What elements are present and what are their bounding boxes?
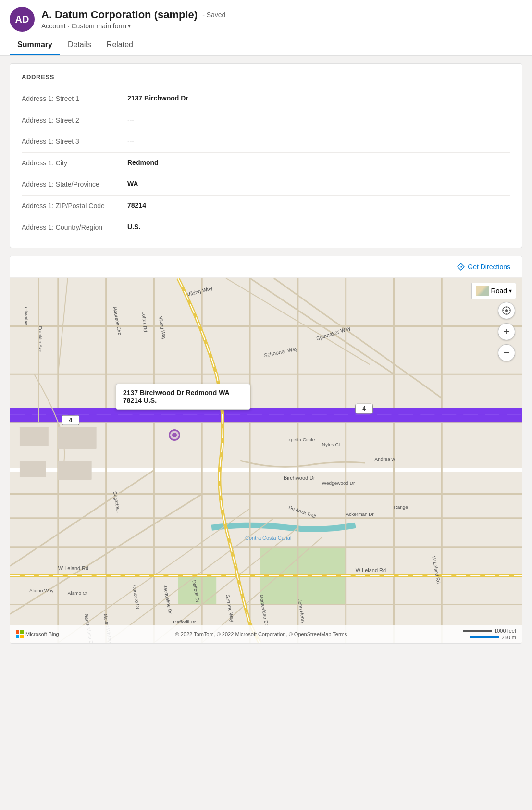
field-value-zip: 78214 (127, 201, 146, 209)
get-directions-label: Get Directions (468, 263, 510, 271)
svg-text:4: 4 (362, 405, 366, 412)
field-value-country: U.S. (127, 223, 140, 231)
field-row-city: Address 1: City Redmond (22, 153, 510, 174)
svg-text:Birchwood Dr: Birchwood Dr (284, 475, 315, 481)
zoom-out-button[interactable]: − (498, 344, 515, 361)
road-type-selector[interactable]: Road ▾ (471, 283, 516, 299)
address-popup-text: 2137 Birchwood Dr Redmond WA 78214 U.S. (123, 389, 229, 404)
field-label-street1: Address 1: Street 1 (22, 94, 127, 104)
address-section-title: ADDRESS (22, 74, 510, 81)
breadcrumb-entity: Account (41, 22, 66, 30)
breadcrumb: Account · Custom main form ▾ (41, 22, 225, 30)
bing-logo-icon (16, 630, 24, 638)
road-type-label: Road (491, 287, 507, 295)
svg-text:Nyles Ct: Nyles Ct (322, 442, 340, 447)
svg-text:W Leland Rd: W Leland Rd (356, 567, 386, 573)
svg-text:Ackerman Dr: Ackerman Dr (346, 511, 374, 517)
svg-text:Andrea w: Andrea w (375, 456, 396, 461)
svg-rect-74 (20, 461, 46, 477)
location-icon (502, 306, 511, 315)
bing-sq-blue (16, 635, 19, 638)
scale-ruler-feet (463, 630, 492, 632)
svg-text:Daffodil Dr: Daffodil Dr (173, 620, 196, 625)
tab-summary[interactable]: Summary (10, 36, 60, 55)
pin-outer-ring (169, 429, 180, 441)
form-name: Custom main form (71, 22, 126, 30)
tab-related[interactable]: Related (99, 36, 141, 55)
scale-feet-label: 1000 feet (494, 628, 516, 634)
map-card: Get Directions (10, 256, 522, 644)
my-location-button[interactable] (498, 302, 515, 319)
field-row-state: Address 1: State/Province WA (22, 174, 510, 196)
bing-sq-red (16, 630, 19, 634)
map-pin (169, 429, 180, 441)
breadcrumb-separator: · (68, 22, 70, 30)
form-selector[interactable]: Custom main form ▾ (71, 22, 130, 30)
field-value-street2: --- (127, 116, 134, 124)
saved-status: - Saved (202, 11, 225, 19)
avatar: AD (10, 7, 35, 32)
zoom-out-icon: − (504, 348, 510, 358)
road-type-icon (476, 286, 489, 296)
field-row-zip: Address 1: ZIP/Postal Code 78214 (22, 196, 510, 217)
map-container[interactable]: Viking Way Schooner Way Spinnaker Way Fr… (10, 278, 522, 643)
field-row-street3: Address 1: Street 3 --- (22, 131, 510, 153)
tab-bar: Summary Details Related (10, 36, 522, 55)
svg-text:Franklin Ave: Franklin Ave (38, 326, 43, 353)
svg-text:Contra Costa Canal: Contra Costa Canal (245, 535, 291, 541)
header-info: A. Datum Corporation (sample) - Saved Ac… (41, 9, 225, 30)
field-label-state: Address 1: State/Province (22, 180, 127, 189)
record-name: A. Datum Corporation (sample) (41, 9, 198, 21)
svg-text:xpetta Circle: xpetta Circle (288, 437, 315, 442)
svg-text:4: 4 (69, 417, 72, 424)
map-footer: Microsoft Bing © 2022 TomTom, © 2022 Mic… (10, 625, 522, 643)
address-popup: 2137 Birchwood Dr Redmond WA 78214 U.S. (116, 384, 250, 410)
record-header: AD A. Datum Corporation (sample) - Saved… (0, 0, 532, 56)
field-label-country: Address 1: Country/Region (22, 223, 127, 233)
map-toolbar: Get Directions (10, 256, 522, 278)
map-background: Viking Way Schooner Way Spinnaker Way Fr… (10, 278, 522, 643)
zoom-in-icon: + (504, 326, 510, 337)
field-value-city: Redmond (127, 159, 159, 166)
road-type-chevron-icon: ▾ (509, 287, 512, 294)
field-row-street1: Address 1: Street 1 2137 Birchwood Dr (22, 88, 510, 110)
map-controls: + − (498, 302, 515, 361)
svg-text:Wedgewood Dr: Wedgewood Dr (322, 480, 355, 486)
chevron-down-icon: ▾ (128, 23, 131, 29)
pin-inner-dot (172, 433, 177, 437)
field-label-city: Address 1: City (22, 159, 127, 168)
tab-details[interactable]: Details (60, 36, 99, 55)
scale-bar: 1000 feet 250 m (463, 628, 516, 640)
scale-m-label: 250 m (501, 635, 516, 640)
address-card: ADDRESS Address 1: Street 1 2137 Birchwo… (10, 63, 522, 248)
get-directions-button[interactable]: Get Directions (453, 261, 514, 273)
main-content: ADDRESS Address 1: Street 1 2137 Birchwo… (0, 56, 532, 651)
bing-logo: Microsoft Bing (16, 630, 59, 638)
bing-label: Microsoft Bing (25, 631, 59, 637)
svg-text:W Leland Rd: W Leland Rd (58, 565, 88, 571)
field-label-street3: Address 1: Street 3 (22, 137, 127, 147)
field-row-street2: Address 1: Street 2 --- (22, 110, 510, 132)
field-value-state: WA (127, 180, 138, 187)
svg-rect-75 (58, 461, 92, 480)
field-value-street1: 2137 Birchwood Dr (127, 94, 188, 102)
svg-point-77 (505, 309, 508, 312)
svg-rect-72 (20, 427, 49, 446)
svg-text:Alamo Way: Alamo Way (29, 588, 54, 594)
field-row-country: Address 1: Country/Region U.S. (22, 217, 510, 238)
map-copyright: © 2022 TomTom, © 2022 Microsoft Corporat… (175, 631, 347, 637)
svg-text:Clevelan: Clevelan (24, 307, 29, 326)
field-label-street2: Address 1: Street 2 (22, 116, 127, 125)
zoom-in-button[interactable]: + (498, 323, 515, 340)
directions-icon (457, 263, 465, 271)
bing-sq-green (20, 630, 24, 634)
bing-sq-yellow (20, 635, 24, 638)
field-label-zip: Address 1: ZIP/Postal Code (22, 201, 127, 211)
field-value-street3: --- (127, 137, 134, 145)
svg-text:Alamo Ct: Alamo Ct (68, 591, 87, 596)
scale-ruler-m (470, 636, 499, 638)
svg-rect-73 (58, 427, 97, 449)
svg-text:Range: Range (394, 504, 408, 510)
